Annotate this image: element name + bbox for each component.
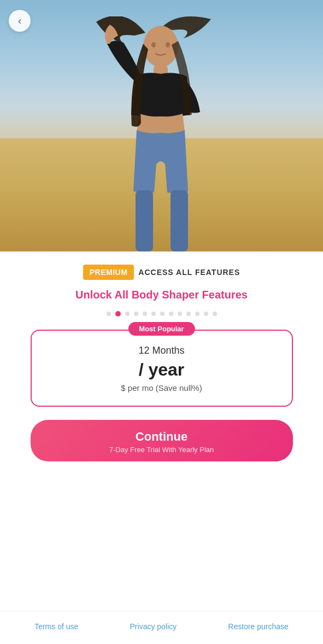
continue-label: Continue [136,430,187,444]
back-icon: ‹ [18,16,21,26]
dot-0 [107,312,111,316]
woman-figure [91,16,233,251]
dot-5 [151,312,156,316]
svg-point-3 [166,42,170,48]
terms-link[interactable]: Terms of use [34,622,78,631]
dot-2 [125,312,130,316]
dot-11 [204,312,208,316]
dot-6 [160,312,165,316]
hero-image: ‹ [0,0,323,251]
dot-10 [195,312,199,316]
back-button[interactable]: ‹ [9,10,31,32]
svg-rect-4 [136,190,153,251]
dot-7 [169,312,173,316]
premium-badge: PREMIUM ACCESS ALL FEATURES [83,265,240,280]
most-popular-tag: Most Popular [128,322,195,336]
restore-purchase-link[interactable]: Restore purchase [228,622,289,631]
continue-sublabel: 7-Day Free Trial With Yearly Plan [109,446,214,454]
dot-9 [186,312,191,316]
plan-duration: 12 Months [45,345,279,356]
dot-8 [178,312,182,316]
footer: Terms of use Privacy policy Restore purc… [0,611,323,644]
svg-point-2 [151,42,156,48]
privacy-link[interactable]: Privacy policy [130,622,177,631]
dot-1 [115,311,121,317]
plan-card[interactable]: Most Popular 12 Months / year $ per mo (… [31,330,293,407]
continue-button[interactable]: Continue 7-Day Free Trial With Yearly Pl… [31,420,293,461]
page-dots [107,311,217,317]
plan-price-sub: $ per mo (Save null%) [45,383,279,393]
main-content: PREMIUM ACCESS ALL FEATURES Unlock All B… [0,251,323,558]
dot-12 [213,312,217,316]
plan-price: / year [45,360,279,380]
subtitle: Unlock All Body Shaper Features [75,289,248,301]
dot-3 [134,312,138,316]
dot-4 [143,312,147,316]
svg-rect-5 [171,190,188,251]
access-text: ACCESS ALL FEATURES [138,268,240,277]
premium-label: PREMIUM [83,265,134,280]
